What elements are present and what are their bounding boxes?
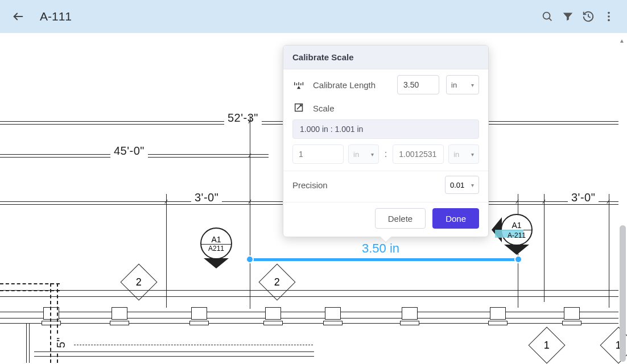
scale-right-unit-select: in▾ bbox=[448, 144, 479, 164]
scroll-thumb[interactable] bbox=[620, 225, 626, 362]
svg-line-13 bbox=[297, 105, 301, 109]
chevron-down-icon: ▾ bbox=[471, 151, 474, 158]
precision-select[interactable]: 0.01▾ bbox=[445, 176, 479, 194]
dimension-overall: 52'-3" bbox=[224, 111, 262, 125]
delete-button[interactable]: Delete bbox=[375, 208, 426, 229]
calibration-measure-line[interactable] bbox=[249, 258, 518, 261]
section-marker-bottom: A-211 bbox=[508, 231, 526, 239]
calibrate-length-label: Calibrate Length bbox=[313, 80, 390, 90]
dimension-left-span: 45'-0" bbox=[110, 144, 148, 158]
dimension-bay-right: 3'-0" bbox=[568, 191, 599, 204]
more-icon[interactable] bbox=[599, 6, 619, 27]
search-icon[interactable] bbox=[537, 6, 558, 27]
scale-right-input bbox=[393, 144, 444, 164]
section-marker-a1-left: A1 A211 bbox=[200, 228, 232, 259]
drawing-canvas[interactable]: 52'-3" 45'-0" 3'-0" 3'-0" A1 A211 A1 bbox=[0, 33, 627, 364]
calibrate-unit-select[interactable]: in▾ bbox=[446, 75, 479, 94]
scale-label: Scale bbox=[313, 104, 479, 113]
scale-icon bbox=[292, 101, 306, 115]
vertical-scrollbar[interactable]: ▲ bbox=[620, 38, 626, 359]
titlebar: A-111 bbox=[0, 0, 627, 33]
svg-point-1 bbox=[543, 13, 550, 19]
back-button[interactable] bbox=[8, 6, 28, 27]
section-marker-a1-right: A1 A-211 bbox=[501, 214, 533, 246]
grid-bubble: 1 bbox=[528, 326, 565, 363]
svg-line-2 bbox=[549, 18, 551, 20]
filter-icon[interactable] bbox=[558, 6, 578, 27]
svg-point-4 bbox=[608, 15, 610, 18]
svg-point-3 bbox=[608, 12, 610, 14]
calibration-handle-right[interactable] bbox=[514, 255, 522, 263]
section-marker-top: A1 bbox=[512, 221, 521, 230]
scale-colon: : bbox=[383, 149, 388, 159]
calibration-measure-label: 3.50 in bbox=[362, 241, 399, 256]
svg-marker-11 bbox=[298, 87, 300, 89]
calibration-handle-left[interactable] bbox=[246, 255, 254, 263]
calibrate-length-icon bbox=[292, 78, 306, 92]
wall-section bbox=[0, 290, 618, 318]
precision-label: Precision bbox=[292, 180, 328, 190]
dimension-bay-left: 3'-0" bbox=[191, 191, 222, 204]
dimension-vertical: 5" bbox=[55, 334, 68, 351]
chevron-down-icon: ▾ bbox=[371, 151, 374, 158]
chevron-down-icon: ▾ bbox=[471, 182, 474, 188]
section-marker-bottom: A211 bbox=[208, 245, 224, 253]
history-icon[interactable] bbox=[578, 6, 599, 27]
scale-readout: 1.000 in : 1.001 in bbox=[292, 119, 479, 139]
svg-point-5 bbox=[608, 19, 610, 22]
page-title: A-111 bbox=[40, 10, 72, 23]
calibrate-scale-popup: Calibrate Scale Calibrate Length in▾ Sca… bbox=[283, 45, 489, 237]
section-marker-top: A1 bbox=[211, 235, 221, 244]
popup-title: Calibrate Scale bbox=[283, 46, 488, 69]
chevron-down-icon: ▾ bbox=[471, 82, 474, 88]
calibrate-length-input[interactable] bbox=[397, 75, 439, 94]
scale-left-unit-select: in▾ bbox=[348, 144, 379, 164]
scale-left-input bbox=[292, 144, 344, 164]
done-button[interactable]: Done bbox=[432, 208, 479, 229]
scroll-up-icon[interactable]: ▲ bbox=[619, 38, 625, 44]
